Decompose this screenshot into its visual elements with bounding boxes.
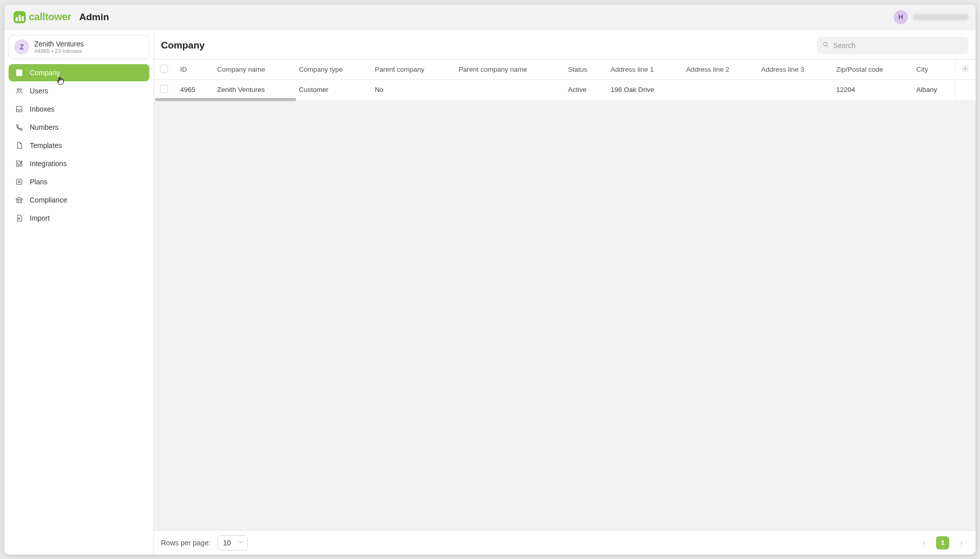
cell-zip: 12204 — [830, 80, 910, 100]
col-company-type[interactable]: Company type — [293, 60, 369, 80]
empty-area — [154, 101, 975, 530]
row-checkbox[interactable] — [160, 85, 168, 93]
rows-per-page-value: 10 — [223, 539, 231, 547]
sidebar-item-label: Import — [30, 214, 50, 222]
sidebar-item-label: Company — [30, 69, 60, 77]
next-page-button[interactable] — [954, 536, 968, 550]
col-address2[interactable]: Address line 2 — [680, 60, 755, 80]
sidebar-item-label: Plans — [30, 178, 47, 186]
company-avatar: Z — [14, 39, 29, 55]
cell-address3 — [755, 80, 830, 100]
page-title: Company — [161, 40, 205, 51]
inbox-icon — [15, 105, 24, 114]
rows-per-page-label: Rows per page: — [161, 539, 210, 547]
sidebar-item-templates[interactable]: Templates — [9, 137, 149, 154]
sidebar-item-label: Inboxes — [30, 105, 55, 113]
search-icon — [822, 41, 829, 50]
current-page[interactable]: 1 — [936, 536, 949, 549]
sidebar-nav: Company Users Inboxes — [9, 64, 149, 227]
phone-icon — [15, 123, 24, 132]
svg-point-5 — [965, 68, 967, 70]
pager: 1 — [917, 536, 968, 550]
prev-page-button[interactable] — [917, 536, 931, 550]
sidebar: Z Zenith Ventures #4965 • 23 Inboxes Com… — [5, 30, 154, 554]
cell-id: 4965 — [174, 80, 211, 100]
sidebar-item-label: Users — [30, 87, 48, 95]
col-company-name[interactable]: Company name — [211, 60, 293, 80]
sidebar-item-label: Numbers — [30, 123, 59, 131]
header-title: Admin — [79, 12, 109, 23]
col-address1[interactable]: Address line 1 — [605, 60, 680, 80]
cell-company-name: Zenith Ventures — [211, 80, 293, 100]
users-icon — [15, 86, 24, 95]
col-zip[interactable]: Zip/Postal code — [830, 60, 910, 80]
bank-icon — [15, 195, 24, 205]
sidebar-item-plans[interactable]: Plans — [9, 173, 149, 190]
cell-city: Albany — [910, 80, 955, 100]
col-id[interactable]: ID — [174, 60, 211, 80]
svg-point-4 — [824, 42, 827, 46]
table-footer: Rows per page: 10 1 — [154, 530, 975, 554]
company-subline: #4965 • 23 Inboxes — [34, 48, 84, 54]
brand-icon — [14, 11, 26, 23]
svg-point-1 — [17, 88, 19, 90]
sidebar-item-numbers[interactable]: Numbers — [9, 119, 149, 136]
cell-company-type: Customer — [293, 80, 369, 100]
svg-rect-0 — [17, 70, 22, 76]
chevron-down-icon — [237, 538, 244, 547]
company-name: Zenith Ventures — [34, 40, 84, 48]
list-icon — [15, 177, 24, 186]
cell-address1: 196 Oak Drive — [605, 80, 680, 100]
col-status[interactable]: Status — [562, 60, 605, 80]
rows-per-page-select[interactable]: 10 — [217, 535, 248, 550]
sidebar-item-inboxes[interactable]: Inboxes — [9, 100, 149, 118]
file-icon — [15, 141, 24, 150]
import-icon — [15, 214, 24, 223]
sidebar-item-import[interactable]: Import — [9, 210, 149, 227]
sidebar-item-compliance[interactable]: Compliance — [9, 191, 149, 209]
col-city[interactable]: City — [910, 60, 955, 80]
column-settings[interactable] — [955, 60, 975, 80]
app-header: calltower Admin H — [5, 5, 975, 30]
company-table[interactable]: ID Company name Company type Parent comp… — [154, 59, 975, 101]
puzzle-icon — [15, 159, 24, 168]
select-all-checkbox[interactable] — [160, 65, 168, 73]
search-field[interactable] — [817, 37, 968, 54]
sidebar-item-integrations[interactable]: Integrations — [9, 155, 149, 172]
company-card[interactable]: Z Zenith Ventures #4965 • 23 Inboxes — [9, 35, 149, 59]
sidebar-item-label: Integrations — [30, 160, 67, 168]
col-parent-company-name[interactable]: Parent company name — [453, 60, 562, 80]
brand[interactable]: calltower — [14, 11, 71, 23]
search-input[interactable] — [833, 41, 963, 49]
cell-parent-company: No — [369, 80, 453, 100]
cell-address2 — [680, 80, 755, 100]
svg-point-2 — [20, 89, 22, 90]
table-row[interactable]: 4965 Zenith Ventures Customer No Active … — [154, 80, 975, 100]
sidebar-item-label: Templates — [30, 141, 62, 149]
col-parent-company[interactable]: Parent company — [369, 60, 453, 80]
user-name[interactable] — [913, 14, 968, 20]
main: Company ID Company name — [154, 30, 975, 554]
horizontal-scrollbar[interactable] — [154, 98, 975, 101]
sidebar-item-label: Compliance — [30, 196, 67, 204]
sidebar-item-company[interactable]: Company — [9, 64, 149, 81]
sidebar-item-users[interactable]: Users — [9, 82, 149, 99]
building-icon — [15, 68, 24, 77]
cell-status: Active — [562, 80, 605, 100]
brand-text: calltower — [29, 11, 71, 23]
cell-parent-company-name — [453, 80, 562, 100]
col-address3[interactable]: Address line 3 — [755, 60, 830, 80]
user-avatar[interactable]: H — [894, 10, 908, 24]
